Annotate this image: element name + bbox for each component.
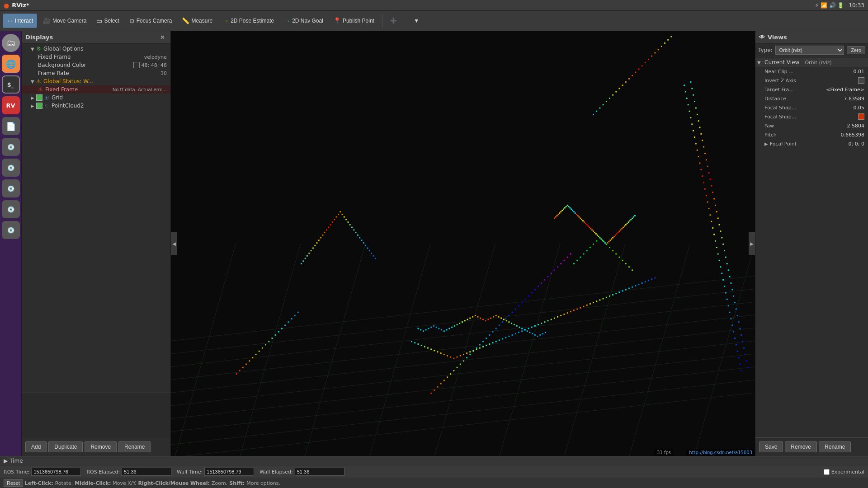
rename-display-button[interactable]: Rename <box>118 441 151 452</box>
views-focal-shape2-checkbox[interactable] <box>858 113 864 120</box>
svg-rect-302 <box>307 255 308 257</box>
sidebar-icon-drive1[interactable]: 💽 <box>2 138 20 156</box>
svg-rect-291 <box>731 324 733 326</box>
sidebar-icon-files[interactable]: 🗂 <box>2 34 20 52</box>
views-invert-z-checkbox[interactable] <box>858 77 864 84</box>
viewport-collapse-right[interactable]: ▶ <box>749 232 755 255</box>
svg-rect-169 <box>584 221 585 223</box>
svg-rect-358 <box>593 114 594 115</box>
views-pitch-row: Pitch 0.665398 <box>755 130 868 139</box>
svg-rect-300 <box>302 260 304 262</box>
svg-rect-113 <box>551 319 552 320</box>
sidebar-icon-drive4[interactable]: 💽 <box>2 200 20 218</box>
svg-rect-308 <box>318 239 320 241</box>
svg-rect-309 <box>320 237 321 239</box>
svg-rect-438 <box>547 276 549 277</box>
move-camera-button[interactable]: 🎥 Move Camera <box>39 14 90 28</box>
duplicate-display-button[interactable]: Duplicate <box>48 441 83 452</box>
svg-rect-349 <box>272 338 273 339</box>
sidebar-icon-docs[interactable]: 📄 <box>2 117 20 135</box>
pose-estimate-button[interactable]: → 2D Pose Estimate <box>218 14 278 28</box>
select-button[interactable]: ▭ Select <box>92 14 123 28</box>
remove-display-button[interactable]: Remove <box>85 441 117 452</box>
views-rename-button[interactable]: Rename <box>819 441 851 452</box>
svg-rect-144 <box>651 279 652 280</box>
wall-elapsed-field: Wall Elapsed: <box>259 468 344 476</box>
sidebar-icon-terminal[interactable]: $_ <box>2 75 20 94</box>
tree-pointcloud2[interactable]: ▶ ·: PointCloud2 <box>22 102 170 110</box>
svg-rect-92 <box>482 346 484 347</box>
ros-time-input[interactable] <box>31 468 81 476</box>
add-toolbar-button[interactable]: ➕ <box>386 14 401 28</box>
tree-item-value: 48; 48; 48 <box>142 62 167 68</box>
tree-frame-rate[interactable]: Frame Rate 30 <box>22 69 170 77</box>
interact-button[interactable]: ↔ Interact <box>3 14 37 28</box>
views-save-button[interactable]: Save <box>759 441 783 452</box>
nav-goal-button[interactable]: → 2D Nav Goal <box>280 14 327 28</box>
reset-button[interactable]: Reset <box>4 479 23 487</box>
measure-button[interactable]: 📏 Measure <box>178 14 217 28</box>
views-remove-button[interactable]: Remove <box>785 441 817 452</box>
interact-icon: ↔ <box>7 17 13 24</box>
experimental-checkbox[interactable] <box>824 469 830 475</box>
svg-rect-68 <box>542 333 543 334</box>
viewport[interactable]: ◀ ▶ http://blog.csdn.net/a15003 31 fps <box>171 31 755 456</box>
sidebar-icon-drive5[interactable]: 💽 <box>2 221 20 239</box>
publish-point-button[interactable]: 📍 Publish Point <box>329 14 378 28</box>
svg-rect-375 <box>648 59 649 60</box>
grid-checkbox[interactable] <box>36 94 42 101</box>
viewport-collapse-left[interactable]: ◀ <box>171 232 177 255</box>
svg-rect-305 <box>312 248 314 249</box>
svg-rect-198 <box>621 228 623 230</box>
svg-rect-138 <box>632 286 633 288</box>
wall-elapsed-input[interactable] <box>295 468 344 476</box>
svg-rect-65 <box>534 334 536 336</box>
add-display-button[interactable]: Add <box>25 441 47 452</box>
tree-fixed-frame[interactable]: Fixed Frame velodyne <box>22 53 170 61</box>
svg-rect-250 <box>743 347 745 349</box>
svg-rect-281 <box>719 260 720 261</box>
svg-rect-312 <box>326 229 327 230</box>
svg-rect-285 <box>724 286 725 287</box>
pointcloud2-checkbox[interactable] <box>36 103 42 109</box>
toolbar-extra-button[interactable]: — ▼ <box>403 14 423 28</box>
svg-rect-411 <box>460 364 461 365</box>
sidebar-icon-rviz[interactable]: RV <box>2 96 20 114</box>
views-yaw-row: Yaw 2.5804 <box>755 121 868 130</box>
views-current-view-header[interactable]: ▼ Current View Orbit (rviz) <box>755 58 868 67</box>
svg-rect-100 <box>508 336 509 337</box>
svg-rect-311 <box>324 232 326 233</box>
tree-grid[interactable]: ▶ ⊞ Grid <box>22 94 170 102</box>
color-swatch[interactable] <box>133 62 140 68</box>
svg-rect-41 <box>472 316 473 318</box>
svg-rect-316 <box>334 219 335 220</box>
wall-time-input[interactable] <box>204 468 254 476</box>
svg-rect-129 <box>603 298 604 300</box>
svg-rect-429 <box>518 305 519 306</box>
displays-buttons: Add Duplicate Remove Rename <box>22 438 170 456</box>
svg-rect-157 <box>568 206 570 207</box>
sidebar-icon-drive2[interactable]: 💽 <box>2 159 20 177</box>
svg-rect-94 <box>489 343 490 345</box>
svg-rect-162 <box>575 212 576 214</box>
svg-rect-46 <box>485 320 486 321</box>
displays-close-button[interactable]: ✕ <box>158 34 167 41</box>
focus-camera-button[interactable]: ⊙ Focus Camera <box>125 14 176 28</box>
svg-rect-204 <box>629 220 631 221</box>
tree-background-color[interactable]: Background Color 48; 48; 48 <box>22 61 170 69</box>
ros-elapsed-input[interactable] <box>122 468 171 476</box>
sidebar-icon-browser[interactable]: 🌐 <box>2 55 20 73</box>
svg-rect-234 <box>722 244 724 245</box>
sidebar-icon-drive3[interactable]: 💽 <box>2 179 20 197</box>
svg-rect-301 <box>305 258 306 259</box>
tree-fixed-frame-error[interactable]: ⚠ Fixed Frame No tf data. Actual erro... <box>22 85 170 94</box>
svg-rect-361 <box>603 104 604 105</box>
svg-rect-85 <box>460 355 461 357</box>
views-zero-button[interactable]: Zero <box>847 46 865 54</box>
svg-rect-420 <box>489 334 490 336</box>
tree-global-status[interactable]: ▼ ⚠ Global Status: W... <box>22 77 170 85</box>
svg-rect-38 <box>464 320 466 321</box>
tree-global-options[interactable]: ▼ ⚙ Global Options <box>22 45 170 53</box>
views-type-select[interactable]: Orbit (rviz) <box>775 46 844 55</box>
svg-rect-150 <box>559 212 560 214</box>
